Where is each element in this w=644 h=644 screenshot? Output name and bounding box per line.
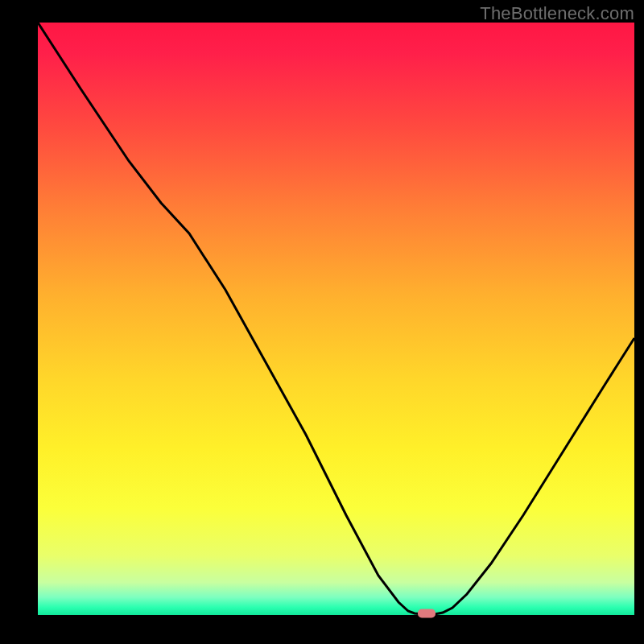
watermark-text: TheBottleneck.com (480, 3, 634, 24)
plot-background (38, 23, 634, 615)
bottleneck-chart (0, 0, 644, 644)
chart-frame: TheBottleneck.com (0, 0, 644, 644)
optimal-point-marker (418, 609, 436, 618)
